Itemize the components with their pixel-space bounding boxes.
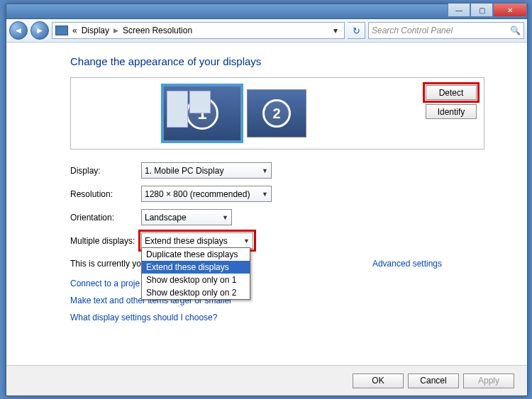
multiple-displays-select[interactable]: Extend these displays ▼ <box>141 232 253 249</box>
connect-projector-link[interactable]: Connect to a proje <box>70 279 140 288</box>
multiple-displays-label: Multiple displays: <box>70 236 141 246</box>
back-button[interactable]: ◄ <box>9 21 28 40</box>
option-only-2[interactable]: Show desktop only on 2 <box>142 286 250 299</box>
resolution-label: Resolution: <box>70 189 141 199</box>
close-button[interactable]: ✕ <box>493 4 527 17</box>
identify-button[interactable]: Identify <box>426 104 477 119</box>
orientation-label: Orientation: <box>70 213 141 223</box>
breadcrumb-prefix: « <box>72 26 77 35</box>
apply-button[interactable]: Apply <box>463 373 514 388</box>
display-icon <box>55 26 68 35</box>
resolution-select[interactable]: 1280 × 800 (recommended) ▼ <box>141 186 272 202</box>
refresh-button[interactable]: ↻ <box>348 22 365 39</box>
cancel-button[interactable]: Cancel <box>408 373 459 388</box>
breadcrumb-display[interactable]: Display <box>82 26 109 35</box>
breadcrumb-screen-resolution[interactable]: Screen Resolution <box>123 26 192 35</box>
display-label: Display: <box>70 166 141 176</box>
orientation-select[interactable]: Landscape ▼ <box>141 209 232 225</box>
address-dropdown-icon[interactable]: ▾ <box>330 26 341 35</box>
maximize-button[interactable]: ▢ <box>470 4 493 17</box>
option-extend[interactable]: Extend these displays <box>142 261 250 274</box>
chevron-down-icon: ▼ <box>262 191 268 198</box>
breadcrumb-sep-icon: ▶ <box>113 27 118 34</box>
multiple-displays-dropdown: Duplicate these displays Extend these di… <box>141 247 250 300</box>
display-preview: 1 2 Detect Identify <box>70 77 484 150</box>
option-duplicate[interactable]: Duplicate these displays <box>142 248 250 261</box>
ok-button[interactable]: OK <box>353 373 404 388</box>
search-placeholder: Search Control Panel <box>372 26 453 35</box>
screen-resolution-window: — ▢ ✕ ◄ ► « Display ▶ Screen Resolution … <box>6 4 528 396</box>
advanced-settings-link[interactable]: Advanced settings <box>372 259 442 269</box>
main-display-text: This is currently yo <box>70 259 141 269</box>
window-thumb <box>189 91 211 113</box>
option-only-1[interactable]: Show desktop only on 1 <box>142 274 250 286</box>
monitor-2[interactable]: 2 <box>247 89 306 137</box>
forward-button[interactable]: ► <box>31 21 49 40</box>
footer: OK Cancel Apply <box>6 365 527 395</box>
chevron-down-icon: ▼ <box>243 237 250 245</box>
what-settings-link[interactable]: What display settings should I choose? <box>70 313 217 322</box>
chevron-down-icon: ▼ <box>262 167 268 174</box>
chevron-down-icon: ▼ <box>222 214 228 221</box>
search-icon: 🔍 <box>510 26 521 35</box>
address-bar[interactable]: « Display ▶ Screen Resolution ▾ <box>52 22 345 39</box>
window-thumb <box>167 91 188 128</box>
display-select[interactable]: 1. Mobile PC Display ▼ <box>141 162 272 179</box>
monitor-number: 2 <box>262 99 291 128</box>
minimize-button[interactable]: — <box>448 4 470 17</box>
search-input[interactable]: Search Control Panel 🔍 <box>368 22 524 39</box>
titlebar: — ▢ ✕ <box>6 4 527 19</box>
monitor-1[interactable]: 1 <box>163 86 241 141</box>
navigation-bar: ◄ ► « Display ▶ Screen Resolution ▾ ↻ Se… <box>6 19 527 43</box>
page-title: Change the appearance of your displays <box>70 55 484 67</box>
detect-button[interactable]: Detect <box>426 85 477 100</box>
